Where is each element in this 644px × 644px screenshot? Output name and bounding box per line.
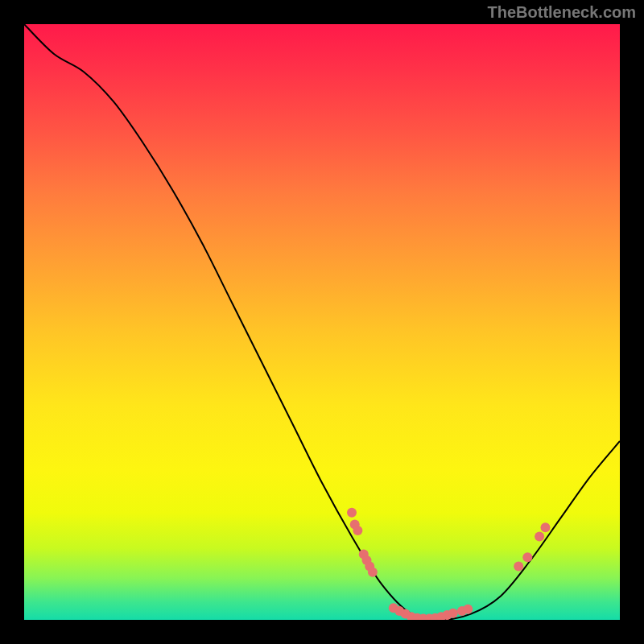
data-marker — [541, 522, 551, 532]
data-marker — [353, 526, 362, 535]
chart-plot-area — [24, 24, 620, 620]
data-marker — [463, 605, 473, 614]
bottleneck-curve — [24, 24, 620, 620]
data-marker — [514, 561, 523, 571]
data-marker — [347, 508, 357, 518]
data-markers — [347, 508, 551, 620]
data-marker — [448, 609, 458, 618]
attribution-text: TheBottleneck.com — [488, 3, 636, 22]
data-marker — [535, 531, 544, 541]
chart-svg — [24, 24, 620, 620]
data-marker — [368, 568, 378, 577]
data-marker — [522, 552, 532, 562]
